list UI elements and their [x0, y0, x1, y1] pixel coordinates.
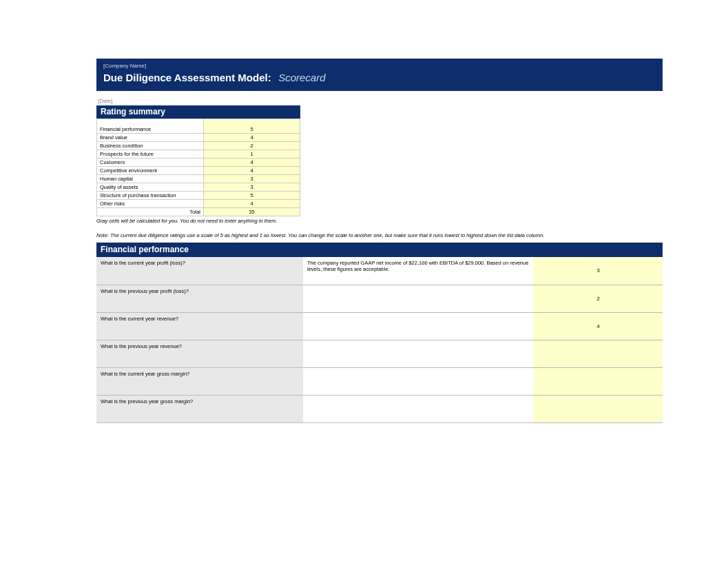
question-cell: What is the previous year revenue? [96, 340, 303, 367]
summary-value[interactable]: 5 [204, 192, 300, 200]
header-bar: [Company Name] Due Diligence Assessment … [96, 59, 663, 91]
summary-label: Prospects for the future [97, 150, 204, 158]
question-cell: What is the previous year gross margin? [96, 395, 303, 422]
title-main: Due Diligence Assessment Model: [103, 72, 271, 83]
summary-label: Brand value [97, 134, 204, 142]
rating-cell[interactable] [534, 340, 663, 367]
summary-row: Prospects for the future1 [97, 150, 300, 158]
question-cell: What is the current year revenue? [96, 312, 303, 340]
rating-summary-table: Financial performance5 Brand value4 Busi… [96, 119, 300, 216]
answer-cell[interactable] [303, 340, 534, 367]
date-placeholder: [Date] [98, 98, 663, 104]
rating-cell[interactable]: 2 [534, 285, 663, 312]
answer-cell[interactable] [303, 312, 534, 340]
summary-value[interactable]: 4 [204, 167, 300, 175]
detail-row: What is the previous year gross margin? [96, 395, 663, 422]
detail-row: What is the current year revenue? 4 [96, 312, 663, 340]
summary-label: Quality of assets [97, 183, 204, 192]
summary-row: Competitive environment4 [97, 167, 300, 175]
rating-summary-header: Rating summary [96, 105, 300, 119]
rating-summary: Rating summary Financial performance5 Br… [96, 105, 300, 216]
question-cell: What is the current year profit (loss)? [96, 257, 303, 285]
detail-row: What is the current year gross margin? [96, 367, 663, 395]
summary-row: Financial performance5 [97, 119, 300, 134]
summary-label: Customers [97, 158, 204, 167]
summary-value[interactable]: 2 [204, 142, 300, 150]
summary-row: Structure of purchase transaction5 [97, 192, 300, 200]
summary-row: Customers4 [97, 158, 300, 167]
scale-note: Note: The current due diligence ratings … [96, 232, 663, 238]
answer-cell[interactable] [303, 367, 534, 395]
summary-row: Human capital3 [97, 175, 300, 183]
summary-label: Financial performance [97, 119, 204, 134]
answer-cell[interactable] [303, 395, 534, 422]
rating-cell[interactable]: 4 [534, 312, 663, 340]
summary-value[interactable]: 5 [204, 119, 300, 134]
answer-cell[interactable]: The company reported GAAP net income of … [303, 257, 534, 285]
summary-total-value: 35 [204, 208, 300, 216]
company-name: [Company Name] [103, 63, 656, 69]
summary-label: Competitive environment [97, 167, 204, 175]
section-header: Financial performance [96, 243, 663, 257]
answer-cell[interactable] [303, 285, 534, 312]
question-cell: What is the previous year profit (loss)? [96, 285, 303, 312]
detail-row: What is the previous year revenue? [96, 340, 663, 367]
title-subtitle: Scorecard [278, 72, 325, 83]
summary-value[interactable]: 3 [204, 175, 300, 183]
title-row: Due Diligence Assessment Model: Scorecar… [103, 72, 656, 84]
detail-table: What is the current year profit (loss)? … [96, 257, 663, 423]
summary-label: Human capital [97, 175, 204, 183]
gray-cells-note: Gray cells will be calculated for you. Y… [96, 218, 663, 224]
rating-cell[interactable]: 3 [534, 257, 663, 285]
summary-row: Business condition2 [97, 142, 300, 150]
summary-label: Other risks [97, 200, 204, 208]
summary-total-label: Total [97, 208, 204, 216]
summary-value[interactable]: 4 [204, 158, 300, 167]
summary-label: Business condition [97, 142, 204, 150]
detail-row: What is the previous year profit (loss)?… [96, 285, 663, 312]
summary-row: Quality of assets3 [97, 183, 300, 192]
rating-cell[interactable] [534, 395, 663, 422]
detail-row: What is the current year profit (loss)? … [96, 257, 663, 285]
summary-value[interactable]: 3 [204, 183, 300, 192]
summary-label: Structure of purchase transaction [97, 192, 204, 200]
summary-value[interactable]: 4 [204, 134, 300, 142]
summary-value[interactable]: 1 [204, 150, 300, 158]
summary-row: Other risks4 [97, 200, 300, 208]
rating-cell[interactable] [534, 367, 663, 395]
summary-total-row: Total35 [97, 208, 300, 216]
summary-row: Brand value4 [97, 134, 300, 142]
question-cell: What is the current year gross margin? [96, 367, 303, 395]
summary-value[interactable]: 4 [204, 200, 300, 208]
